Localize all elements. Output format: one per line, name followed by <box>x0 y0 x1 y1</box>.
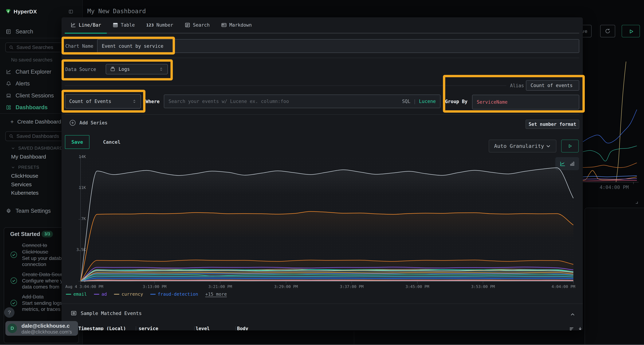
hyperdx-logo-icon <box>6 9 11 14</box>
sample-matched-events-header[interactable]: Sample Matched Events <box>71 310 142 316</box>
series-line <box>81 281 573 281</box>
sidebar-item-clickhouse[interactable]: ClickHouse <box>11 173 38 179</box>
tab-label: Line/Bar <box>79 22 101 28</box>
tab-number[interactable]: 123 Number <box>140 17 179 34</box>
annotation-chart-name <box>62 37 175 54</box>
help-button[interactable]: ? <box>4 307 14 318</box>
y-tick-label: 0 <box>64 278 86 283</box>
section-header-label: SAVED DASHBOARDS <box>18 146 66 151</box>
user-name: dale@clickhouse.c <box>22 323 70 329</box>
section-header-label: PRESETS <box>18 165 39 170</box>
create-dashboard-button[interactable]: + Create Dashboard <box>10 119 61 125</box>
sidebar-item-services[interactable]: Services <box>11 181 32 188</box>
background-tile-border <box>354 331 354 345</box>
sidebar-item-kubernetes[interactable]: Kubernetes <box>11 190 38 196</box>
chevron-down-icon <box>11 165 15 169</box>
chart-type-tabs: Line/Bar Table 123 Number Search Markdow… <box>65 17 579 34</box>
legend-dash <box>150 294 156 295</box>
tab-markdown[interactable]: Markdown <box>216 17 258 34</box>
check-circle-icon <box>10 277 17 284</box>
tab-line-bar[interactable]: Line/Bar <box>65 17 107 34</box>
legend-item[interactable]: fraud-detection <box>150 292 198 297</box>
lucene-toggle[interactable]: Lucene <box>419 99 436 104</box>
save-button[interactable]: Save <box>65 135 90 149</box>
x-tick-label: 3:45:00 PM <box>406 284 429 289</box>
modal-divider <box>65 58 579 58</box>
legend-label: fraud-detection <box>158 292 198 297</box>
x-tick <box>154 282 155 284</box>
resize-handle-icon[interactable] <box>634 200 638 204</box>
x-tick <box>80 282 81 284</box>
legend-item[interactable]: currency <box>114 292 143 297</box>
play-icon <box>628 28 634 34</box>
run-query-button[interactable] <box>561 140 579 152</box>
sidebar-header: HyperDX <box>0 0 83 18</box>
chevron-up-icon[interactable] <box>570 312 575 317</box>
legend-label: currency <box>122 292 143 297</box>
refresh-button[interactable] <box>600 25 615 37</box>
chart-explorer-icon <box>6 69 11 74</box>
chart-legend: emailadcurrencyfraud-detection+15 more <box>66 292 227 297</box>
x-tick <box>352 282 352 284</box>
sidebar-item-label: Team Settings <box>16 208 51 214</box>
list-icon <box>71 310 77 316</box>
avatar: D <box>8 324 17 333</box>
tab-table[interactable]: Table <box>107 17 140 34</box>
sidebar-item-my-dashboard[interactable]: My Dashboard <box>11 154 46 160</box>
cancel-button[interactable]: Cancel <box>100 135 124 149</box>
background-tile-chart <box>583 54 644 215</box>
add-series-button[interactable]: Add Series <box>70 120 108 126</box>
modal-divider <box>65 114 579 115</box>
number-123-icon: 123 <box>146 23 154 27</box>
where-search-input[interactable]: Search your events w/ Lucene ex. column:… <box>164 95 440 108</box>
tab-search[interactable]: Search <box>179 17 216 34</box>
laptop-icon <box>6 93 11 98</box>
table-icon <box>112 22 118 28</box>
x-tick <box>483 282 483 284</box>
set-number-format-button[interactable]: Set number format <box>526 120 579 129</box>
y-tick-label: 7K <box>64 217 86 221</box>
search-icon <box>9 134 14 139</box>
journal-icon <box>6 29 11 34</box>
granularity-value: Auto Granularity <box>494 143 544 149</box>
refresh-icon <box>605 28 611 34</box>
sidebar-collapse-icon[interactable] <box>68 9 73 14</box>
annotation-data-source <box>62 59 173 80</box>
column-header-service[interactable]: service <box>139 326 158 330</box>
background-tile-axis <box>583 182 639 182</box>
user-menu[interactable]: D dale@clickhouse.c dale@clickhouse.com'… <box>5 321 78 336</box>
brand-name: HyperDX <box>14 8 37 15</box>
sidebar-item-label: Chart Explorer <box>16 69 51 75</box>
query-language-toggle: SQL | Lucene <box>402 99 436 104</box>
column-header-timestamp[interactable]: Timestamp (Local) <box>78 326 126 330</box>
check-circle-icon <box>10 300 17 307</box>
column-separator[interactable]: ⋮ <box>192 326 193 330</box>
legend-item[interactable]: ad <box>94 292 107 297</box>
x-tick-label: 4:04:00 PM <box>552 284 575 289</box>
page-title: My New Dashboard <box>87 7 146 15</box>
x-tick-label: 3:53:00 PM <box>471 284 495 289</box>
chart-svg <box>81 157 573 281</box>
column-header-level[interactable]: level <box>196 326 210 330</box>
sql-toggle[interactable]: SQL <box>402 99 410 104</box>
where-label: Where <box>146 99 160 104</box>
presets-section-header[interactable]: PRESETS <box>11 165 39 170</box>
table-options-icon[interactable] <box>569 326 574 330</box>
column-separator[interactable]: ⋮ <box>134 326 134 330</box>
saved-dashboards-section-header[interactable]: SAVED DASHBOARDS <box>11 146 66 151</box>
download-icon[interactable] <box>578 326 583 330</box>
no-saved-searches-note: No saved searches <box>11 57 52 63</box>
granularity-select[interactable]: Auto Granularity <box>489 140 556 152</box>
check-circle-icon <box>10 251 17 258</box>
background-tile-axis-tick <box>633 182 634 184</box>
time-series-chart[interactable] <box>81 157 573 281</box>
get-started-title: Get Started <box>10 231 40 237</box>
legend-item[interactable]: email <box>66 292 87 297</box>
where-placeholder: Search your events w/ Lucene ex. column:… <box>168 99 289 104</box>
column-header-body[interactable]: Body <box>237 326 248 330</box>
annotation-aggregation <box>62 90 146 113</box>
column-separator[interactable]: ⋮ <box>234 326 234 330</box>
live-play-button[interactable] <box>622 25 640 37</box>
legend-more-link[interactable]: +15 more <box>205 292 227 297</box>
sidebar-item-label: Dashboards <box>16 104 48 111</box>
